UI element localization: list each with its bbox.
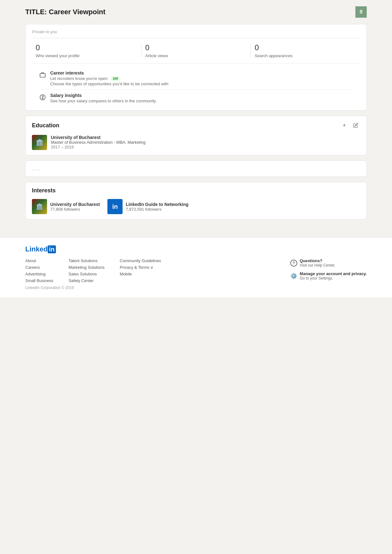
university-degree: Master of Business Administration - MBA,…: [51, 140, 146, 145]
interest-university-name: University of Bucharest: [50, 202, 100, 207]
settings-title: Manage your account and privacy.: [300, 271, 367, 276]
career-interests-choose: Choose the types of opportunities you'd …: [50, 81, 168, 86]
interest-item-linkedin[interactable]: in LinkedIn Guide to Networking 7,872,59…: [107, 199, 188, 214]
help-title: Questions?: [300, 258, 335, 263]
salary-insights-title: Salary insights: [50, 93, 156, 98]
help-text: Questions? Visit our Help Center.: [300, 258, 335, 268]
footer-link-community[interactable]: Community Guidelines: [120, 258, 161, 263]
skills-stub-card: ... ...: [25, 160, 367, 177]
footer-link-small-business[interactable]: Small Business: [25, 278, 53, 283]
stat-who-viewed-label: Who viewed your profile: [36, 53, 137, 58]
footer-link-about[interactable]: About: [25, 258, 53, 263]
footer-bottom-row: About Careers Advertising Small Business…: [25, 258, 367, 283]
stats-row: 0 Who viewed your profile 0 Article view…: [32, 38, 360, 63]
help-subtitle: Visit our Help Center.: [300, 263, 335, 268]
footer-col-3: Community Guidelines Privacy & Terms ∨ M…: [120, 258, 161, 283]
interest-university-logo: 🏛️: [32, 199, 47, 214]
career-interests-title: Career interests: [50, 70, 168, 75]
settings-subtitle: Go to your Settings.: [300, 276, 367, 280]
stat-who-viewed-number: 0: [36, 43, 137, 52]
interest-university-info: University of Bucharest 77,808 followers: [50, 202, 100, 212]
career-interests-row[interactable]: Career interests Let recruiters know you…: [38, 67, 354, 90]
education-card: Education + 🏛️ University of Bucharest M…: [25, 116, 367, 155]
copyright: LinkedIn Corporation © 2019: [25, 286, 367, 290]
skills-stub-text: ... ...: [32, 166, 40, 171]
interest-linkedin-info: LinkedIn Guide to Networking 7,872,591 f…: [126, 202, 188, 212]
interest-linkedin-name: LinkedIn Guide to Networking: [126, 202, 188, 207]
career-interests-icon: [38, 70, 47, 79]
career-interests-section: Career interests Let recruiters know you…: [32, 63, 360, 110]
career-interests-subtitle: Let recruiters know you're open: Off: [50, 76, 168, 81]
university-logo: 🏛️: [32, 135, 47, 150]
footer-link-safety[interactable]: Safety Center: [69, 278, 105, 283]
interests-title: Interests: [32, 187, 56, 194]
education-header: Education +: [32, 121, 360, 130]
linkedin-footer-logo: Linkedin: [25, 245, 367, 253]
interest-item-university[interactable]: 🏛️ University of Bucharest 77,808 follow…: [32, 199, 100, 214]
university-name: University of Bucharest: [51, 135, 146, 140]
interests-header: Interests: [32, 187, 360, 194]
salary-insights-row[interactable]: Salary insights See how your salary comp…: [38, 90, 354, 106]
footer-main-row: About Careers Advertising Small Business…: [25, 258, 161, 283]
education-item: 🏛️ University of Bucharest Master of Bus…: [32, 135, 360, 150]
page-number: 9: [355, 6, 367, 18]
page-title-bar: TITLE: Career Viewpoint 9: [0, 0, 392, 21]
settings-gear-icon: ⚙️: [290, 273, 297, 280]
interests-card: Interests 🏛️ University of Bucharest 77,…: [25, 182, 367, 220]
help-question-icon: ?: [290, 260, 297, 267]
footer: Linkedin About Careers Advertising Small…: [0, 237, 392, 298]
salary-insights-icon: [38, 93, 47, 102]
footer-link-privacy[interactable]: Privacy & Terms ∨: [120, 265, 161, 270]
page-title: TITLE: Career Viewpoint: [25, 8, 106, 16]
education-add-button[interactable]: +: [340, 121, 349, 130]
education-info: University of Bucharest Master of Busine…: [51, 135, 146, 149]
footer-settings[interactable]: ⚙️ Manage your account and privacy. Go t…: [290, 271, 367, 280]
interest-linkedin-logo: in: [107, 199, 123, 214]
interests-grid: 🏛️ University of Bucharest 77,808 follow…: [32, 199, 360, 214]
stat-article-views-label: Article views: [145, 53, 247, 58]
stats-card: Private to you 0 Who viewed your profile…: [25, 24, 367, 111]
footer-col-2: Talent Solutions Marketing Solutions Sal…: [69, 258, 105, 283]
university-years: 2017 – 2019: [51, 145, 146, 149]
footer-help[interactable]: ? Questions? Visit our Help Center.: [290, 258, 367, 268]
stat-search-appearances-label: Search appearances: [255, 53, 356, 58]
stat-search-appearances-number: 0: [255, 43, 356, 52]
footer-link-marketing[interactable]: Marketing Solutions: [69, 265, 105, 270]
career-status-badge: Off: [111, 76, 120, 81]
footer-col-1: About Careers Advertising Small Business: [25, 258, 53, 283]
footer-link-sales[interactable]: Sales Solutions: [69, 272, 105, 276]
salary-insights-subtitle: See how your salary compares to others i…: [50, 99, 156, 103]
private-label: Private to you: [32, 29, 360, 34]
svg-rect-0: [40, 74, 45, 77]
stat-who-viewed[interactable]: 0 Who viewed your profile: [32, 43, 142, 58]
stat-article-views-number: 0: [145, 43, 247, 52]
stat-search-appearances[interactable]: 0 Search appearances: [251, 43, 360, 58]
main-content: Private to you 0 Who viewed your profile…: [0, 21, 392, 237]
education-title: Education: [32, 122, 59, 129]
footer-right: ? Questions? Visit our Help Center. ⚙️ M…: [290, 258, 367, 280]
interest-linkedin-followers: 7,872,591 followers: [126, 207, 188, 212]
education-actions: +: [340, 121, 360, 130]
university-shield: 🏛️: [32, 135, 47, 150]
interest-university-followers: 77,808 followers: [50, 207, 100, 212]
footer-link-mobile[interactable]: Mobile: [120, 272, 161, 276]
stat-article-views[interactable]: 0 Article views: [142, 43, 251, 58]
career-interests-content: Career interests Let recruiters know you…: [50, 70, 168, 86]
footer-link-talent[interactable]: Talent Solutions: [69, 258, 105, 263]
settings-text: Manage your account and privacy. Go to y…: [300, 271, 367, 280]
salary-insights-content: Salary insights See how your salary comp…: [50, 93, 156, 103]
footer-link-careers[interactable]: Careers: [25, 265, 53, 270]
education-edit-button[interactable]: [351, 121, 360, 130]
footer-link-advertising[interactable]: Advertising: [25, 272, 53, 276]
